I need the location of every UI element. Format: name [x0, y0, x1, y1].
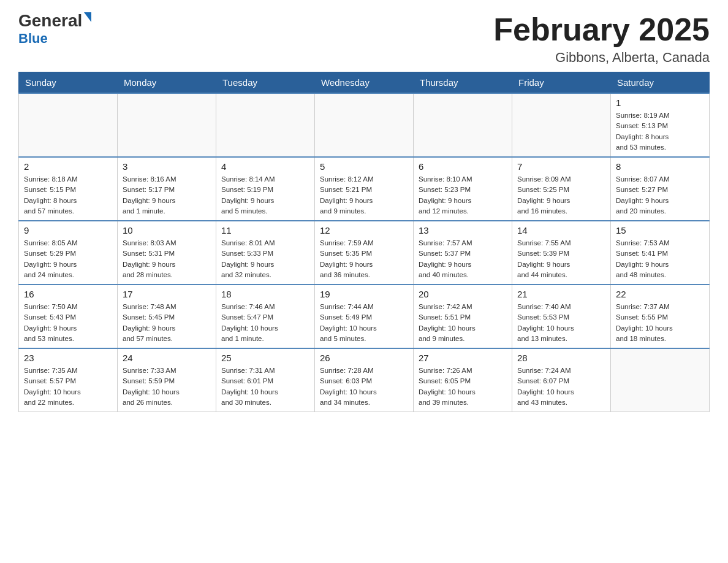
table-row: 6Sunrise: 8:10 AMSunset: 5:23 PMDaylight… [414, 157, 512, 221]
day-number: 13 [419, 225, 507, 236]
table-row [118, 93, 216, 157]
day-info: Sunrise: 8:14 AMSunset: 5:19 PMDaylight:… [221, 174, 309, 216]
table-row: 5Sunrise: 8:12 AMSunset: 5:21 PMDaylight… [315, 157, 414, 221]
day-number: 26 [320, 353, 408, 363]
day-number: 8 [616, 161, 704, 172]
day-number: 18 [221, 289, 309, 299]
day-info: Sunrise: 7:53 AMSunset: 5:41 PMDaylight:… [616, 238, 704, 280]
col-friday: Friday [512, 72, 611, 94]
day-number: 7 [517, 161, 605, 172]
calendar-week-row: 2Sunrise: 8:18 AMSunset: 5:15 PMDaylight… [19, 157, 710, 221]
table-row: 25Sunrise: 7:31 AMSunset: 6:01 PMDayligh… [216, 348, 315, 412]
day-info: Sunrise: 8:19 AMSunset: 5:13 PMDaylight:… [616, 110, 704, 153]
table-row [19, 93, 118, 157]
col-sunday: Sunday [19, 72, 118, 94]
day-number: 27 [419, 353, 507, 363]
table-row: 16Sunrise: 7:50 AMSunset: 5:43 PMDayligh… [19, 285, 118, 348]
table-row: 10Sunrise: 8:03 AMSunset: 5:31 PMDayligh… [118, 221, 216, 285]
table-row: 26Sunrise: 7:28 AMSunset: 6:03 PMDayligh… [315, 348, 414, 412]
day-number: 19 [320, 289, 408, 299]
day-info: Sunrise: 7:48 AMSunset: 5:45 PMDaylight:… [123, 302, 211, 344]
table-row: 12Sunrise: 7:59 AMSunset: 5:35 PMDayligh… [315, 221, 414, 285]
logo-blue: Blue [18, 31, 48, 47]
day-info: Sunrise: 7:59 AMSunset: 5:35 PMDaylight:… [320, 238, 408, 280]
table-row: 11Sunrise: 8:01 AMSunset: 5:33 PMDayligh… [216, 221, 315, 285]
day-number: 11 [221, 225, 309, 236]
day-number: 12 [320, 225, 408, 236]
day-info: Sunrise: 7:57 AMSunset: 5:37 PMDaylight:… [419, 238, 507, 280]
location-title: Gibbons, Alberta, Canada [493, 50, 710, 66]
day-info: Sunrise: 8:05 AMSunset: 5:29 PMDaylight:… [24, 238, 112, 280]
table-row [611, 348, 710, 412]
table-row: 27Sunrise: 7:26 AMSunset: 6:05 PMDayligh… [414, 348, 512, 412]
table-row: 19Sunrise: 7:44 AMSunset: 5:49 PMDayligh… [315, 285, 414, 348]
day-info: Sunrise: 7:55 AMSunset: 5:39 PMDaylight:… [517, 238, 605, 280]
calendar-week-row: 23Sunrise: 7:35 AMSunset: 5:57 PMDayligh… [19, 348, 710, 412]
table-row: 2Sunrise: 8:18 AMSunset: 5:15 PMDaylight… [19, 157, 118, 221]
day-info: Sunrise: 8:10 AMSunset: 5:23 PMDaylight:… [419, 174, 507, 216]
day-info: Sunrise: 7:37 AMSunset: 5:55 PMDaylight:… [616, 302, 704, 344]
title-section: February 2025 Gibbons, Alberta, Canada [493, 12, 710, 66]
day-info: Sunrise: 7:46 AMSunset: 5:47 PMDaylight:… [221, 302, 309, 344]
table-row [414, 93, 512, 157]
day-info: Sunrise: 7:33 AMSunset: 5:59 PMDaylight:… [123, 366, 211, 408]
day-info: Sunrise: 7:50 AMSunset: 5:43 PMDaylight:… [24, 302, 112, 344]
page-header: General Blue February 2025 Gibbons, Albe… [18, 12, 710, 66]
day-info: Sunrise: 7:35 AMSunset: 5:57 PMDaylight:… [24, 366, 112, 408]
day-info: Sunrise: 7:24 AMSunset: 6:07 PMDaylight:… [517, 366, 605, 408]
day-number: 6 [419, 161, 507, 172]
table-row: 23Sunrise: 7:35 AMSunset: 5:57 PMDayligh… [19, 348, 118, 412]
day-info: Sunrise: 8:12 AMSunset: 5:21 PMDaylight:… [320, 174, 408, 216]
table-row: 28Sunrise: 7:24 AMSunset: 6:07 PMDayligh… [512, 348, 611, 412]
logo: General Blue [18, 12, 91, 47]
day-number: 4 [221, 161, 309, 172]
day-info: Sunrise: 8:07 AMSunset: 5:27 PMDaylight:… [616, 174, 704, 216]
day-info: Sunrise: 8:18 AMSunset: 5:15 PMDaylight:… [24, 174, 112, 216]
calendar-week-row: 16Sunrise: 7:50 AMSunset: 5:43 PMDayligh… [19, 285, 710, 348]
calendar-header-row: Sunday Monday Tuesday Wednesday Thursday… [19, 72, 710, 94]
table-row [512, 93, 611, 157]
col-tuesday: Tuesday [216, 72, 315, 94]
table-row: 7Sunrise: 8:09 AMSunset: 5:25 PMDaylight… [512, 157, 611, 221]
day-number: 15 [616, 225, 704, 236]
day-number: 2 [24, 161, 112, 172]
col-monday: Monday [118, 72, 216, 94]
day-number: 17 [123, 289, 211, 299]
table-row: 17Sunrise: 7:48 AMSunset: 5:45 PMDayligh… [118, 285, 216, 348]
table-row: 13Sunrise: 7:57 AMSunset: 5:37 PMDayligh… [414, 221, 512, 285]
day-info: Sunrise: 8:03 AMSunset: 5:31 PMDaylight:… [123, 238, 211, 280]
day-info: Sunrise: 7:40 AMSunset: 5:53 PMDaylight:… [517, 302, 605, 344]
table-row: 4Sunrise: 8:14 AMSunset: 5:19 PMDaylight… [216, 157, 315, 221]
day-number: 3 [123, 161, 211, 172]
day-number: 16 [24, 289, 112, 299]
table-row: 3Sunrise: 8:16 AMSunset: 5:17 PMDaylight… [118, 157, 216, 221]
table-row: 8Sunrise: 8:07 AMSunset: 5:27 PMDaylight… [611, 157, 710, 221]
day-number: 23 [24, 353, 112, 363]
day-number: 25 [221, 353, 309, 363]
table-row: 9Sunrise: 8:05 AMSunset: 5:29 PMDaylight… [19, 221, 118, 285]
table-row: 22Sunrise: 7:37 AMSunset: 5:55 PMDayligh… [611, 285, 710, 348]
day-number: 22 [616, 289, 704, 299]
month-title: February 2025 [493, 12, 710, 47]
table-row: 24Sunrise: 7:33 AMSunset: 5:59 PMDayligh… [118, 348, 216, 412]
day-info: Sunrise: 7:42 AMSunset: 5:51 PMDaylight:… [419, 302, 507, 344]
table-row: 14Sunrise: 7:55 AMSunset: 5:39 PMDayligh… [512, 221, 611, 285]
day-info: Sunrise: 7:28 AMSunset: 6:03 PMDaylight:… [320, 366, 408, 408]
day-number: 1 [616, 98, 704, 108]
table-row: 21Sunrise: 7:40 AMSunset: 5:53 PMDayligh… [512, 285, 611, 348]
day-number: 5 [320, 161, 408, 172]
day-info: Sunrise: 7:31 AMSunset: 6:01 PMDaylight:… [221, 366, 309, 408]
col-saturday: Saturday [611, 72, 710, 94]
col-wednesday: Wednesday [315, 72, 414, 94]
col-thursday: Thursday [414, 72, 512, 94]
table-row: 15Sunrise: 7:53 AMSunset: 5:41 PMDayligh… [611, 221, 710, 285]
day-number: 10 [123, 225, 211, 236]
day-number: 28 [517, 353, 605, 363]
day-number: 24 [123, 353, 211, 363]
day-number: 20 [419, 289, 507, 299]
logo-text: General [18, 12, 91, 29]
calendar-table: Sunday Monday Tuesday Wednesday Thursday… [18, 72, 710, 412]
day-number: 14 [517, 225, 605, 236]
table-row: 20Sunrise: 7:42 AMSunset: 5:51 PMDayligh… [414, 285, 512, 348]
table-row: 1Sunrise: 8:19 AMSunset: 5:13 PMDaylight… [611, 93, 710, 157]
